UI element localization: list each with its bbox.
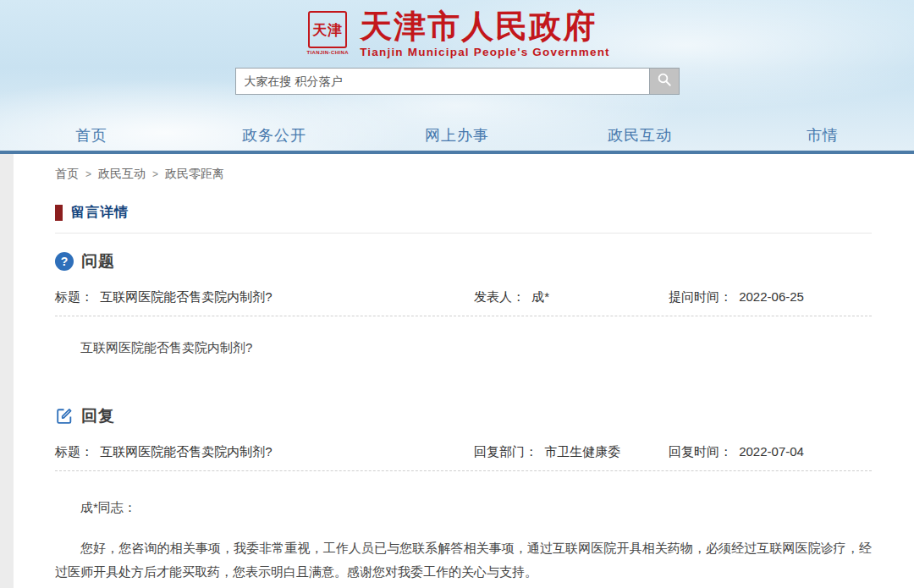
nav-item-public-interaction[interactable]: 政民互动 bbox=[548, 125, 731, 146]
reply-dept-label: 回复部门： bbox=[474, 444, 537, 459]
question-title-value: 互联网医院能否售卖院内制剂? bbox=[100, 289, 272, 304]
question-mark-icon: ? bbox=[55, 252, 74, 271]
reply-dept-field: 回复部门： 市卫生健康委 bbox=[474, 444, 669, 460]
question-body: 互联网医院能否售卖院内制剂? bbox=[55, 340, 872, 356]
reply-dept-value: 市卫生健康委 bbox=[544, 444, 620, 459]
question-heading-label: 问题 bbox=[81, 250, 115, 272]
breadcrumb-separator: > bbox=[152, 168, 158, 180]
search-button[interactable] bbox=[649, 68, 680, 95]
search-icon bbox=[657, 72, 672, 91]
question-block: ? 问题 标题： 互联网医院能否售卖院内制剂? 发表人： 成* 提问时间： 20… bbox=[55, 250, 872, 356]
reply-meta-row: 标题： 互联网医院能否售卖院内制剂? 回复部门： 市卫生健康委 回复时间： 20… bbox=[55, 444, 872, 460]
seal-logo-icon: 天津 TIANJIN-CHINA bbox=[304, 11, 351, 55]
breadcrumb-public-interaction[interactable]: 政民互动 bbox=[98, 167, 146, 182]
question-author-field: 发表人： 成* bbox=[474, 289, 669, 305]
question-time-field: 提问时间： 2022-06-25 bbox=[669, 289, 872, 305]
question-heading: ? 问题 bbox=[55, 250, 872, 272]
breadcrumb-home[interactable]: 首页 bbox=[55, 167, 79, 182]
question-meta-row: 标题： 互联网医院能否售卖院内制剂? 发表人： 成* 提问时间： 2022-06… bbox=[55, 289, 872, 305]
question-title-field: 标题： 互联网医院能否售卖院内制剂? bbox=[55, 289, 474, 305]
nav-item-home[interactable]: 首页 bbox=[0, 125, 183, 146]
site-banner: 天津 TIANJIN-CHINA 天津市人民政府 Tianjin Municip… bbox=[0, 0, 914, 154]
question-time-label: 提问时间： bbox=[669, 289, 732, 304]
site-titles: 天津市人民政府 Tianjin Municipal People's Gover… bbox=[360, 8, 610, 58]
question-time-value: 2022-06-25 bbox=[739, 289, 804, 304]
reply-block: 回复 标题： 互联网医院能否售卖院内制剂? 回复部门： 市卫生健康委 回复时间：… bbox=[55, 405, 872, 588]
nav-item-gov-affairs[interactable]: 政务公开 bbox=[183, 125, 366, 146]
seal-caption: TIANJIN-CHINA bbox=[306, 50, 349, 55]
reply-title-field: 标题： 互联网医院能否售卖院内制剂? bbox=[55, 444, 474, 460]
section-header: 留言详情 bbox=[55, 204, 872, 234]
reply-time-value: 2022-07-04 bbox=[739, 444, 804, 459]
site-title-cn: 天津市人民政府 bbox=[360, 8, 610, 44]
reply-heading: 回复 bbox=[55, 405, 872, 427]
breadcrumb-separator: > bbox=[85, 168, 91, 180]
dashed-divider bbox=[55, 470, 872, 471]
nav-item-online-services[interactable]: 网上办事 bbox=[366, 125, 548, 146]
site-title-en: Tianjin Municipal People's Government bbox=[360, 46, 610, 58]
seal-characters: 天津 bbox=[308, 11, 347, 48]
question-title-label: 标题： bbox=[55, 289, 93, 304]
reply-title-value: 互联网医院能否售卖院内制剂? bbox=[100, 444, 272, 459]
main-content: 首页 > 政民互动 > 政民零距离 留言详情 ? 问题 标题： 互联网医院能否售… bbox=[14, 154, 914, 588]
dashed-divider bbox=[55, 316, 872, 316]
nav-item-city-info[interactable]: 市情 bbox=[731, 125, 914, 146]
search-bar bbox=[0, 68, 914, 95]
reply-time-field: 回复时间： 2022-07-04 bbox=[669, 444, 872, 460]
reply-title-label: 标题： bbox=[55, 444, 93, 459]
question-author-value: 成* bbox=[531, 289, 549, 304]
reply-body: 您好，您咨询的相关事项，我委非常重视，工作人员已与您联系解答相关事项，通过互联网… bbox=[55, 536, 872, 584]
breadcrumb-current-page: 政民零距离 bbox=[165, 167, 224, 182]
reply-edit-icon bbox=[55, 407, 74, 426]
page-title: 留言详情 bbox=[71, 204, 129, 222]
question-author-label: 发表人： bbox=[474, 289, 525, 304]
breadcrumb: 首页 > 政民互动 > 政民零距离 bbox=[55, 154, 872, 182]
reply-time-label: 回复时间： bbox=[669, 444, 732, 459]
site-logo[interactable]: 天津 TIANJIN-CHINA 天津市人民政府 Tianjin Municip… bbox=[0, 0, 914, 61]
reply-salutation: 成*同志： bbox=[55, 500, 872, 516]
main-nav: 首页 政务公开 网上办事 政民互动 市情 bbox=[0, 122, 914, 149]
section-accent-bar bbox=[55, 205, 63, 221]
reply-heading-label: 回复 bbox=[81, 405, 115, 427]
search-input[interactable] bbox=[235, 68, 649, 95]
